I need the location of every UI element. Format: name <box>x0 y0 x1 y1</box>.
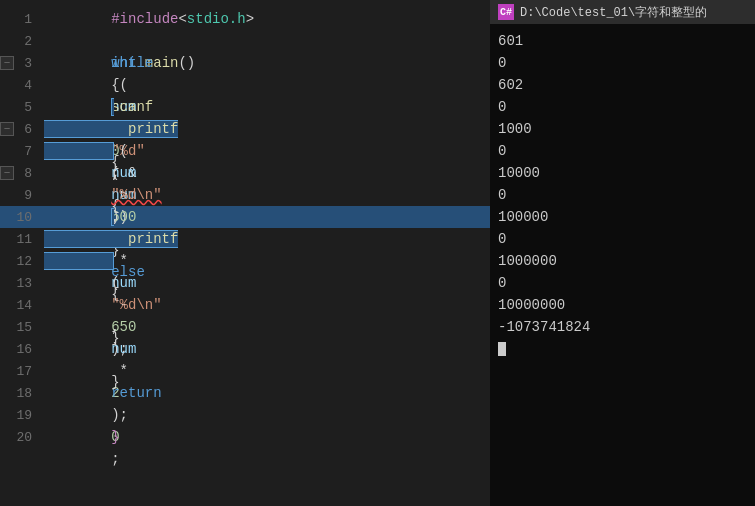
terminal-output-line: 0 <box>498 272 747 294</box>
line-num-11: 11 <box>14 232 44 247</box>
code-editor: 1 #include<stdio.h> 2 − 3 int main() 4 <box>0 0 490 506</box>
fold-btn-6[interactable]: − <box>0 122 14 136</box>
gutter-6: − <box>0 122 14 136</box>
terminal-output-line: 10000000 <box>498 294 747 316</box>
terminal-output-line: 10000 <box>498 162 747 184</box>
line-num-9: 9 <box>14 188 44 203</box>
gutter-3: − <box>0 56 14 70</box>
line-num-14: 14 <box>14 298 44 313</box>
line-num-4: 4 <box>14 78 44 93</box>
line-num-20: 20 <box>14 430 44 445</box>
terminal-titlebar: C# D:\Code\test_01\字符和整型的 <box>490 0 755 24</box>
code-line-20: 20 } <box>0 426 490 448</box>
terminal-output-line: 0 <box>498 140 747 162</box>
line-num-13: 13 <box>14 276 44 291</box>
terminal-title: D:\Code\test_01\字符和整型的 <box>520 4 707 21</box>
line-num-18: 18 <box>14 386 44 401</box>
terminal-output-line: 1000000 <box>498 250 747 272</box>
line-num-6: 6 <box>14 122 44 137</box>
line-num-12: 12 <box>14 254 44 269</box>
terminal-cursor <box>498 342 506 356</box>
line-num-16: 16 <box>14 342 44 357</box>
line-num-3: 3 <box>14 56 44 71</box>
line-num-8: 8 <box>14 166 44 181</box>
line-num-10: 10 <box>14 210 44 225</box>
code-area: 1 #include<stdio.h> 2 − 3 int main() 4 <box>0 0 490 456</box>
line-num-1: 1 <box>14 12 44 27</box>
line-num-15: 15 <box>14 320 44 335</box>
terminal-output-line: 0 <box>498 228 747 250</box>
line-num-2: 2 <box>14 34 44 49</box>
fold-btn-3[interactable]: − <box>0 56 14 70</box>
terminal-output-line: -1073741824 <box>498 316 747 338</box>
line-num-7: 7 <box>14 144 44 159</box>
terminal-output-line: 0 <box>498 184 747 206</box>
terminal-panel: C# D:\Code\test_01\字符和整型的 60106020100001… <box>490 0 755 506</box>
terminal-output-line: 100000 <box>498 206 747 228</box>
line-num-19: 19 <box>14 408 44 423</box>
line-num-5: 5 <box>14 100 44 115</box>
terminal-output-line: 602 <box>498 74 747 96</box>
line-num-17: 17 <box>14 364 44 379</box>
terminal-output-line: 1000 <box>498 118 747 140</box>
terminal-icon: C# <box>498 4 514 20</box>
terminal-body[interactable]: 6010602010000100000100000010000000100000… <box>490 24 755 506</box>
printf-box-1: printf <box>44 98 178 160</box>
gutter-8: − <box>0 166 14 180</box>
fold-btn-8[interactable]: − <box>0 166 14 180</box>
terminal-cursor-line <box>498 338 747 360</box>
terminal-output-line: 0 <box>498 52 747 74</box>
terminal-output-line: 0 <box>498 96 747 118</box>
line-content-20: } <box>44 404 480 470</box>
terminal-output-line: 601 <box>498 30 747 52</box>
printf-box-2: printf <box>44 208 178 270</box>
